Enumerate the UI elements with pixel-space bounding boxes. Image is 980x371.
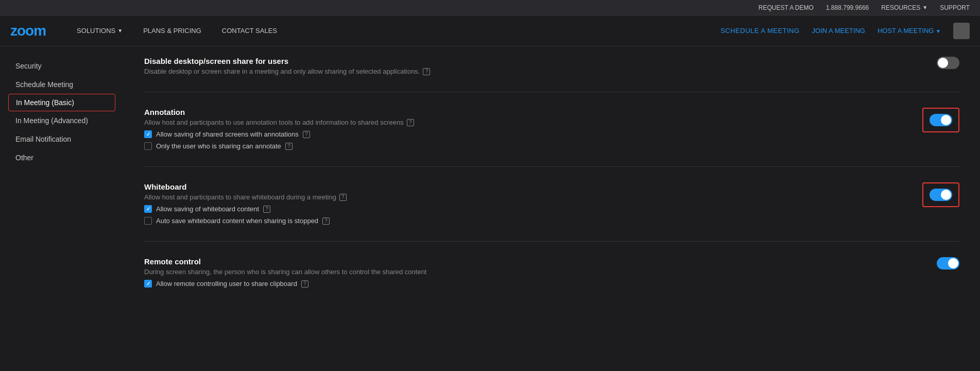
annotation-sub-1: Allow saving of shared screens with anno… [144, 130, 608, 138]
annotation-toggle[interactable] [930, 114, 952, 126]
annotation-sub-2: Only the user who is sharing can annotat… [144, 142, 608, 150]
annotation-sub-2-info-icon[interactable]: ? [285, 143, 293, 150]
annotation-sub-2-checkbox[interactable] [144, 142, 152, 150]
request-demo-link[interactable]: REQUEST A DEMO [759, 4, 814, 11]
annotation-sub-1-info-icon[interactable]: ? [303, 131, 310, 138]
remote-control-toggle[interactable] [937, 257, 959, 269]
desktop-share-toggle-thumb [938, 58, 948, 68]
solutions-chevron-icon: ▼ [117, 28, 123, 33]
whiteboard-sub-1-checkbox[interactable] [144, 205, 152, 213]
nav-plans-pricing[interactable]: PLANS & PRICING [143, 27, 201, 35]
setting-info-annotation: Annotation Allow host and participants t… [144, 108, 608, 150]
desktop-share-desc: Disable desktop or screen share in a mee… [144, 68, 608, 75]
section-remote-control: Remote control During screen sharing, th… [144, 257, 959, 304]
setting-row-whiteboard: Whiteboard Allow host and participants t… [144, 182, 959, 225]
remote-control-sub-1: Allow remote controlling user to share c… [144, 280, 608, 288]
setting-info-remote-control: Remote control During screen sharing, th… [144, 257, 608, 288]
sidebar-item-other[interactable]: Other [0, 148, 124, 167]
phone-number: 1.888.799.9666 [826, 4, 869, 11]
join-meeting-link[interactable]: JOIN A MEETING [812, 27, 865, 35]
whiteboard-sub-1-info-icon[interactable]: ? [263, 206, 270, 213]
whiteboard-sub-2-checkbox[interactable] [144, 217, 152, 225]
setting-row-desktop-share: Disable desktop/screen share for users D… [144, 57, 959, 75]
sidebar-item-in-meeting-basic[interactable]: In Meeting (Basic) [8, 94, 115, 111]
desktop-share-title: Disable desktop/screen share for users [144, 57, 608, 65]
remote-control-sub-1-checkbox[interactable] [144, 280, 152, 288]
annotation-desc: Allow host and participants to use annot… [144, 119, 608, 126]
whiteboard-toggle[interactable] [930, 189, 952, 201]
annotation-title: Annotation [144, 108, 608, 116]
annotation-sub-1-checkbox[interactable] [144, 130, 152, 138]
host-meeting-link[interactable]: HOST A MEETING ▼ [878, 27, 941, 35]
whiteboard-toggle-thumb [941, 190, 951, 200]
section-annotation: Annotation Allow host and participants t… [144, 108, 959, 167]
top-bar: REQUEST A DEMO 1.888.799.9666 RESOURCES … [0, 0, 980, 15]
annotation-toggle-wrap [922, 108, 959, 132]
whiteboard-info-icon[interactable]: ? [339, 194, 347, 201]
resources-chevron-icon: ▼ [922, 5, 927, 10]
nav-contact-sales[interactable]: CONTACT SALES [222, 27, 277, 35]
whiteboard-toggle-wrap [922, 182, 959, 207]
remote-control-title: Remote control [144, 257, 608, 266]
sidebar-item-schedule-meeting[interactable]: Schedule Meeting [0, 75, 124, 94]
settings-content: Disable desktop/screen share for users D… [124, 46, 980, 371]
remote-control-toggle-wrap [937, 257, 959, 269]
setting-info-whiteboard: Whiteboard Allow host and participants t… [144, 182, 608, 225]
desktop-share-toggle-wrap [937, 57, 959, 69]
resources-link[interactable]: RESOURCES ▼ [881, 4, 927, 11]
host-chevron-icon: ▼ [936, 28, 941, 34]
remote-control-toggle-thumb [948, 258, 958, 268]
annotation-info-icon[interactable]: ? [407, 119, 414, 126]
sidebar-item-security[interactable]: Security [0, 57, 124, 75]
desktop-share-toggle[interactable] [937, 57, 959, 69]
annotation-toggle-thumb [941, 115, 951, 125]
section-desktop-share: Disable desktop/screen share for users D… [144, 57, 959, 92]
whiteboard-sub-1: Allow saving of whiteboard content ? [144, 205, 608, 213]
whiteboard-sub-2-info-icon[interactable]: ? [322, 217, 330, 225]
whiteboard-title: Whiteboard [144, 182, 608, 191]
zoom-logo[interactable]: zoom [10, 23, 46, 39]
nav-solutions[interactable]: SOLUTIONS ▼ [77, 27, 123, 35]
whiteboard-sub-2: Auto save whiteboard content when sharin… [144, 217, 608, 225]
avatar[interactable] [953, 23, 970, 39]
setting-info-desktop-share: Disable desktop/screen share for users D… [144, 57, 608, 75]
desktop-share-info-icon[interactable]: ? [423, 68, 430, 75]
sidebar: Security Schedule Meeting In Meeting (Ba… [0, 46, 124, 371]
remote-control-desc: During screen sharing, the person who is… [144, 268, 608, 276]
setting-row-annotation: Annotation Allow host and participants t… [144, 108, 959, 150]
support-link[interactable]: SUPPORT [940, 4, 970, 11]
sidebar-item-email-notification[interactable]: Email Notification [0, 130, 124, 148]
nav-right: SCHEDULE A MEETING JOIN A MEETING HOST A… [720, 23, 970, 39]
remote-control-sub-1-info-icon[interactable]: ? [301, 280, 308, 288]
main-nav: zoom SOLUTIONS ▼ PLANS & PRICING CONTACT… [0, 15, 980, 46]
schedule-meeting-link[interactable]: SCHEDULE A MEETING [720, 27, 799, 35]
setting-row-remote-control: Remote control During screen sharing, th… [144, 257, 959, 288]
section-whiteboard: Whiteboard Allow host and participants t… [144, 182, 959, 242]
whiteboard-desc: Allow host and participants to share whi… [144, 193, 608, 201]
layout: Security Schedule Meeting In Meeting (Ba… [0, 46, 980, 371]
sidebar-item-in-meeting-advanced[interactable]: In Meeting (Advanced) [0, 111, 124, 130]
